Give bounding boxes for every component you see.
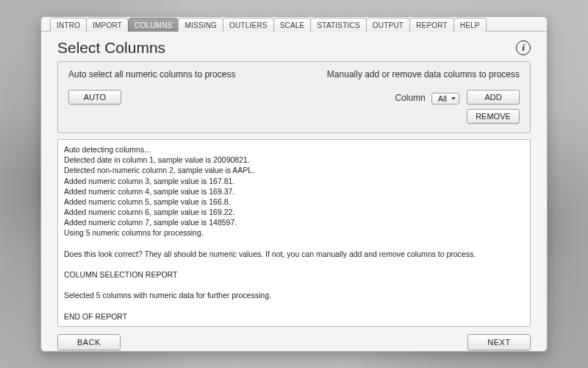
selection-panel: Auto select all numeric columns to proce… [57,61,531,133]
title-row: Select Columns i [57,38,531,61]
tab-scale[interactable]: SCALE [273,18,312,32]
page-title: Select Columns [57,39,165,57]
footer-nav: BACK NEXT [57,327,531,350]
back-button[interactable]: BACK [57,334,121,350]
auto-button[interactable]: AUTO [68,90,121,105]
tab-statistics[interactable]: STATISTICS [310,18,366,32]
tab-output[interactable]: OUTPUT [366,18,410,32]
column-select-group: Column All [395,91,459,105]
tab-help[interactable]: HELP [453,18,487,32]
tab-outliers[interactable]: OUTLIERS [223,18,274,32]
manual-hint: Manually add or remove data columns to p… [327,69,520,79]
column-label: Column [395,93,425,103]
panel-controls: AUTO Column All ADD REMOVE [68,90,520,124]
auto-hint: Auto select all numeric columns to proce… [68,69,235,79]
tab-intro[interactable]: INTRO [50,18,87,32]
tab-missing[interactable]: MISSING [178,18,223,32]
tab-bar: INTROIMPORTCOLUMNSMISSINGOUTLIERSSCALEST… [41,17,547,32]
tab-import[interactable]: IMPORT [86,18,129,32]
next-button[interactable]: NEXT [467,334,531,350]
column-select-wrap: All [431,91,459,105]
right-controls: Column All ADD REMOVE [395,90,520,124]
tab-report[interactable]: REPORT [409,18,454,32]
app-window: INTROIMPORTCOLUMNSMISSINGOUTLIERSSCALEST… [40,16,548,352]
panel-hints: Auto select all numeric columns to proce… [68,69,520,79]
info-icon[interactable]: i [516,40,531,55]
log-output: Auto detecting columns... Detected date … [57,139,531,327]
content-area: Select Columns i Auto select all numeric… [41,32,547,352]
column-select[interactable]: All [431,93,459,105]
add-remove-stack: ADD REMOVE [467,90,520,124]
remove-button[interactable]: REMOVE [467,109,520,124]
tab-columns[interactable]: COLUMNS [128,18,179,32]
add-button[interactable]: ADD [467,90,520,105]
